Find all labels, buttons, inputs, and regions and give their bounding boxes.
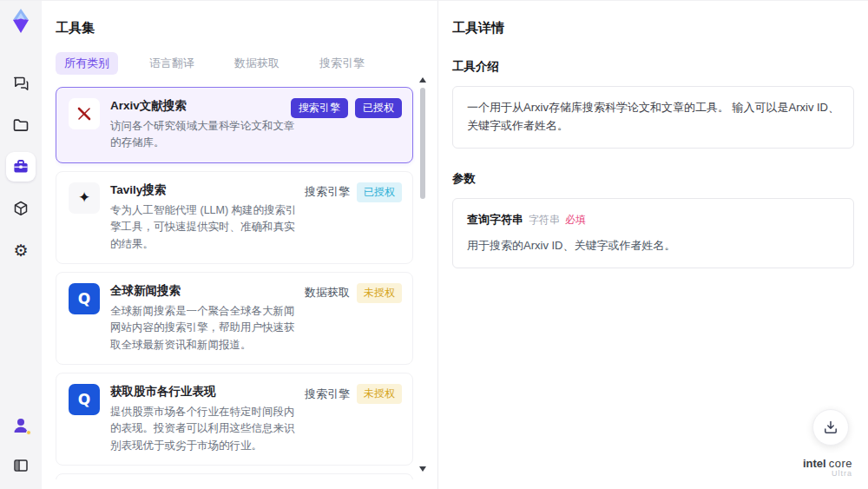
download-icon (823, 420, 838, 435)
tab-search-engine[interactable]: 搜索引擎 (311, 52, 373, 75)
tab-data-fetch[interactable]: 数据获取 (226, 52, 288, 75)
tab-all-categories[interactable]: 所有类别 (56, 52, 118, 75)
tool-card-tavily[interactable]: ✦ Tavily搜索 专为人工智能代理 (LLM) 构建的搜索引擎工具，可快速提… (56, 171, 413, 264)
chat-icon[interactable] (6, 69, 36, 98)
tool-card-arxiv[interactable]: Arxiv文献搜索 访问各个研究领域大量科学论文和文章的存储库。 搜索引擎 已授… (56, 87, 413, 163)
left-rail: ⚙ (0, 1, 42, 489)
collapse-panel-icon[interactable] (6, 451, 36, 480)
intel-core-logo: intelcore Ultra (803, 458, 852, 479)
tool-card-global-news[interactable]: Q 全球新闻搜索 全球新闻搜索是一个聚合全球各大新闻网站内容的搜索引擎，帮助用户… (56, 272, 413, 365)
tool-name: Arxiv文献搜索 (110, 98, 298, 114)
intro-heading: 工具介绍 (452, 59, 854, 75)
scrollbar-thumb[interactable] (420, 88, 425, 199)
params-heading: 参数 (452, 171, 854, 187)
tool-detail-panel: 工具详情 工具介绍 一个用于从Arxiv存储库搜索科学论文和文章的工具。 输入可… (438, 1, 868, 489)
tool-card-list: Arxiv文献搜索 访问各个研究领域大量科学论文和文章的存储库。 搜索引擎 已授… (56, 87, 415, 479)
category-badge: 搜索引擎 (291, 98, 348, 118)
detail-title: 工具详情 (452, 20, 854, 36)
intro-text: 一个用于从Arxiv存储库搜索科学论文和文章的工具。 输入可以是Arxiv ID… (467, 101, 839, 132)
param-box: 查询字符串字符串必填 用于搜索的Arxiv ID、关键字或作者姓名。 (452, 198, 854, 269)
download-button[interactable] (812, 409, 849, 446)
category-label: 搜索引擎 (305, 184, 350, 200)
tool-description: 访问各个研究领域大量科学论文和文章的存储库。 (110, 118, 298, 152)
tool-name: Tavily搜索 (110, 182, 298, 198)
news-q-icon: Q (69, 283, 100, 314)
gear-icon[interactable]: ⚙ (6, 235, 36, 265)
tool-description: 提供股票市场各个行业在特定时间段内的表现。投资者可以利用这些信息来识别表现优于或… (110, 404, 298, 454)
category-tabs: 所有类别 语言翻译 数据获取 搜索引擎 (56, 52, 415, 75)
brand-sub: Ultra (803, 470, 852, 479)
user-avatar-icon[interactable] (6, 411, 36, 440)
tool-name: 全球新闻搜索 (110, 283, 298, 299)
tool-description: 专为人工智能代理 (LLM) 构建的搜索引擎工具，可快速提供实时、准确和真实的结… (110, 202, 298, 253)
tab-language-translation[interactable]: 语言翻译 (141, 52, 203, 75)
scrollbar[interactable] (418, 77, 427, 475)
category-label: 数据获取 (305, 285, 350, 301)
app-logo-icon[interactable] (8, 8, 34, 34)
param-required-flag: 必填 (565, 214, 586, 226)
cube-icon[interactable] (6, 194, 36, 223)
scroll-down-arrow-icon[interactable] (419, 466, 426, 472)
brand-intel: intel (803, 457, 826, 470)
param-type: 字符串 (529, 214, 560, 226)
news-q-icon: Q (69, 384, 100, 415)
status-badge: 已授权 (357, 182, 402, 202)
folder-icon[interactable] (6, 110, 36, 140)
page-title: 工具集 (56, 20, 415, 36)
brand-core: core (829, 457, 852, 470)
status-dot (26, 430, 31, 435)
status-badge: 未授权 (357, 384, 402, 404)
param-description: 用于搜索的Arxiv ID、关键字或作者姓名。 (467, 237, 839, 255)
intro-box: 一个用于从Arxiv存储库搜索科学论文和文章的工具。 输入可以是Arxiv ID… (452, 86, 854, 149)
tool-card-active-stocks[interactable]: Q 获取市场最活跃股票信息 提供当天交易量最高的股票列表，投资者可以利用这些信息… (56, 473, 413, 479)
tool-description: 全球新闻搜索是一个聚合全球各大新闻网站内容的搜索引擎，帮助用户快速获取全球最新资… (110, 303, 298, 354)
tool-card-sector-performance[interactable]: Q 获取股市各行业表现 提供股票市场各个行业在特定时间段内的表现。投资者可以利用… (56, 373, 413, 466)
gear-glyph: ⚙ (13, 242, 28, 259)
status-badge: 未授权 (357, 283, 402, 303)
tool-name: 获取股市各行业表现 (110, 384, 298, 400)
toolbox-icon[interactable] (6, 152, 36, 182)
star-icon: ✦ (69, 182, 100, 214)
category-label: 搜索引擎 (305, 387, 350, 402)
tool-list-panel: 工具集 所有类别 语言翻译 数据获取 搜索引擎 A (42, 1, 438, 489)
arxiv-x-icon (69, 98, 100, 129)
param-name: 查询字符串 (467, 213, 523, 226)
scroll-up-arrow-icon[interactable] (419, 77, 426, 83)
app-window: ⚙ (0, 0, 868, 489)
status-badge: 已授权 (355, 98, 402, 118)
